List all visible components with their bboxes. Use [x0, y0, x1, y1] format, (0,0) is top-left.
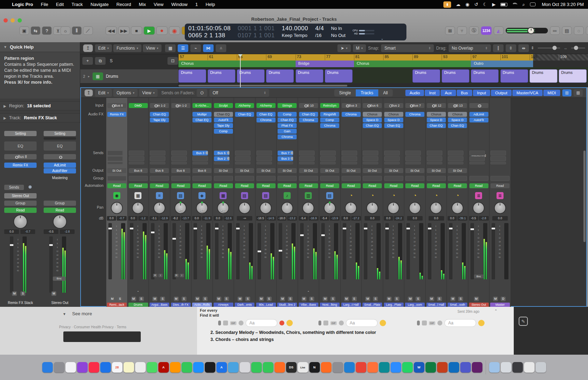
volume-fader[interactable]: [172, 223, 176, 279]
fader-cap[interactable]: [428, 228, 431, 229]
output-slot[interactable]: Bus 8: [171, 168, 190, 173]
fader-cap[interactable]: [364, 228, 367, 229]
send-slot[interactable]: [363, 162, 378, 164]
fader-cap[interactable]: [49, 244, 53, 246]
volume-fader[interactable]: [49, 236, 53, 293]
eq-thumbnail[interactable]: EQ: [4, 141, 37, 151]
pan-knob[interactable]: [112, 203, 122, 213]
battery-icon[interactable]: [500, 3, 507, 6]
mute-button[interactable]: M: [302, 297, 306, 301]
send-knob-icon[interactable]: [291, 151, 293, 154]
mute-button[interactable]: M: [195, 297, 200, 301]
pan-knob[interactable]: -7: [324, 203, 335, 213]
filter-input[interactable]: Input: [473, 90, 491, 96]
input-slot[interactable]: RetroSyn: [320, 103, 339, 108]
input-slot[interactable]: B 13: [448, 103, 467, 108]
audiofx-slot[interactable]: Chroma: [299, 118, 318, 122]
channel-strip-18[interactable]: AdLimitAutoFltMasteringRead≣-0.5-2.83691…: [468, 98, 490, 307]
send-slot[interactable]: [427, 162, 442, 164]
solo-button[interactable]: S: [352, 297, 357, 301]
fader-cap[interactable]: [300, 234, 304, 236]
group-slot[interactable]: [469, 176, 488, 181]
channel-strip-16[interactable]: B 12ChorusSpace DChan EQSt OutRead◔0.036…: [426, 98, 447, 307]
send-knob-icon[interactable]: [227, 151, 229, 154]
input-slot[interactable]: B 10: [299, 103, 318, 108]
microphone-icon[interactable]: [318, 321, 321, 325]
volume-value[interactable]: -5.4: [299, 216, 308, 221]
mute-button[interactable]: M: [51, 291, 56, 296]
menu-item-1[interactable]: 1: [195, 2, 198, 7]
volume-fader[interactable]: [343, 223, 346, 279]
volume-fader[interactable]: [258, 223, 261, 279]
pan-knob[interactable]: [410, 203, 420, 213]
send-slot[interactable]: [405, 156, 421, 161]
audiofx-slot[interactable]: Chan EQ: [214, 112, 233, 117]
fader-cap[interactable]: [343, 228, 346, 229]
group-slot[interactable]: [405, 176, 424, 181]
filter-output[interactable]: Output: [491, 90, 512, 96]
audiofx-slot[interactable]: Gain: [278, 129, 297, 134]
dock-icon-notes[interactable]: [124, 362, 134, 373]
dock-icon-adobe-acrobat[interactable]: A: [158, 362, 169, 373]
solo-button[interactable]: S: [416, 297, 421, 301]
loop-browser-button[interactable]: ◌: [574, 26, 584, 35]
dim-button[interactable]: D: [501, 297, 506, 301]
audiofx-slot[interactable]: Chan EQ: [257, 112, 276, 117]
channel-strip-1[interactable]: Bus 8Remix FXSt OutRead◉0.0-0.7369121824…: [106, 98, 128, 307]
send-slot[interactable]: [107, 162, 123, 164]
catch-playhead-icon[interactable]: ↥: [83, 44, 93, 52]
solo-button[interactable]: S: [437, 297, 442, 301]
send-knob-icon[interactable]: [29, 185, 32, 189]
pan-knob[interactable]: [367, 203, 378, 213]
fader-cap[interactable]: [151, 232, 154, 233]
pan-knob[interactable]: [495, 203, 505, 213]
mute-button[interactable]: M: [131, 297, 136, 301]
creative-cloud-icon[interactable]: ◉: [466, 2, 469, 7]
send-slot[interactable]: [405, 162, 421, 164]
fader-cap[interactable]: [406, 228, 410, 229]
automation-slot[interactable]: Read: [235, 183, 254, 188]
dock-icon-photos[interactable]: [65, 362, 76, 373]
input-slot[interactable]: DMD: [129, 103, 148, 108]
output-slot[interactable]: Stereo Out: [4, 193, 37, 198]
clock-icon[interactable]: ◔: [432, 192, 440, 199]
inspector-strip-2[interactable]: SettingEQAdLimitAutoFilterMasteringGroup…: [42, 123, 77, 307]
send-slot[interactable]: [469, 151, 485, 156]
solo-button[interactable]: S: [245, 297, 250, 301]
pan-knob[interactable]: [473, 203, 484, 213]
menu-item-navigate[interactable]: Navigate: [90, 2, 108, 7]
setting-button[interactable]: Setting: [4, 131, 37, 136]
channel-strip-13[interactable]: Bus 6ChorusSpace DChan EQSt OutRead◔0.03…: [362, 98, 383, 307]
menu-item-window[interactable]: Window: [171, 2, 188, 7]
pan-knob[interactable]: [53, 215, 66, 228]
disclosure-icon[interactable]: ▸: [88, 75, 90, 78]
punch-button[interactable]: ⊠: [445, 26, 455, 35]
group-slot[interactable]: Group: [44, 201, 76, 206]
dock-icon-stocks[interactable]: [205, 362, 215, 373]
input-slot[interactable]: Bus 7: [405, 103, 424, 108]
group-slot[interactable]: [235, 176, 254, 181]
fader-cap[interactable]: [279, 250, 282, 252]
group-slot[interactable]: [192, 176, 211, 181]
fader-cap[interactable]: [470, 228, 474, 230]
camera-icon[interactable]: [422, 321, 427, 325]
send-slot[interactable]: [427, 151, 442, 156]
send-slot[interactable]: [469, 156, 485, 161]
violin-icon[interactable]: ♪: [284, 192, 291, 199]
dock-icon-photo-booth[interactable]: [274, 362, 285, 373]
lcd-chevron-icon[interactable]: ⌄: [378, 37, 386, 40]
dock-icon-slack[interactable]: [472, 362, 482, 373]
output-slot[interactable]: St Out: [427, 168, 446, 173]
volume-value[interactable]: -3.1: [150, 216, 159, 221]
compose-icon[interactable]: ✎: [519, 317, 528, 326]
fader-cap[interactable]: [108, 228, 112, 229]
message-input[interactable]: Aa: [346, 319, 378, 327]
send-slot[interactable]: [384, 151, 400, 156]
clock-icon[interactable]: ◔: [411, 192, 418, 199]
solo-button[interactable]: S: [203, 297, 208, 301]
volume-value[interactable]: 0.0: [407, 216, 423, 221]
mute-button[interactable]: M: [474, 297, 479, 301]
library-button[interactable]: ▣: [19, 26, 29, 35]
volume-fader[interactable]: [492, 223, 495, 279]
dock-icon-whatsapp[interactable]: [402, 362, 413, 373]
